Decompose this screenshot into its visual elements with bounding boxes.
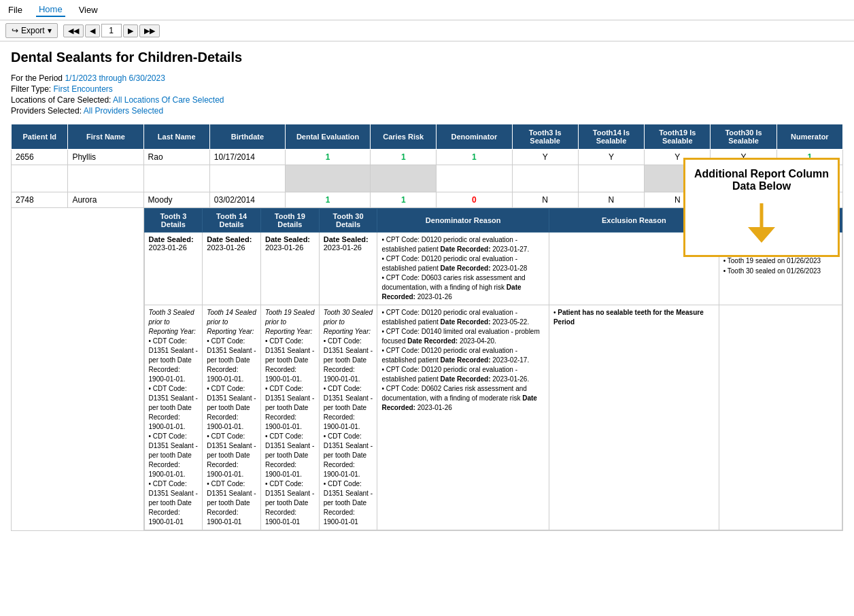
table-section: Additional Report Column Data Below Pati… bbox=[11, 124, 843, 531]
sub-cell-tooth14-2: Tooth 14 Sealed prior to Reporting Year:… bbox=[203, 305, 261, 530]
sub-col-tooth30: Tooth 30 Details bbox=[319, 209, 377, 233]
export-arrow-icon: ↪ bbox=[12, 26, 18, 35]
col-header-patient-id: Patient Id bbox=[12, 124, 68, 150]
sub-cell-tooth19-2: Tooth 19 Sealed prior to Reporting Year:… bbox=[260, 305, 319, 530]
sub-cell-tooth30-1: Date Sealed: 2023-01-26 bbox=[319, 233, 377, 305]
cell-patient-id: 2748 bbox=[12, 192, 68, 208]
cell-dental-eval: 1 bbox=[286, 192, 371, 208]
locations-filter: Locations of Care Selected: All Location… bbox=[11, 95, 843, 105]
cell-lastname: Moody bbox=[143, 192, 209, 208]
cell-firstname: Aurora bbox=[68, 192, 143, 208]
sub-cell-denom-reason-2: • CPT Code: D0120 periodic oral evaluati… bbox=[377, 305, 549, 530]
cell-dental-eval: 1 bbox=[286, 150, 371, 165]
col-header-lastname: Last Name bbox=[143, 124, 209, 150]
sub-cell-tooth19-1: Date Sealed: 2023-01-26 bbox=[260, 233, 319, 305]
arrow-down-icon bbox=[741, 203, 782, 244]
cell-birthdate: 03/02/2014 bbox=[209, 192, 285, 208]
cell-firstname: Phyllis bbox=[68, 150, 143, 165]
col-header-tooth30: Tooth30 Is Sealable bbox=[711, 124, 776, 150]
prev-page-button[interactable]: ◀ bbox=[85, 24, 100, 37]
cell-tooth14: N bbox=[578, 192, 644, 208]
menu-home[interactable]: Home bbox=[36, 3, 65, 17]
toolbar: ↪ Export ▾ ◀◀ ◀ ▶ ▶▶ bbox=[0, 20, 854, 41]
col-header-firstname: First Name bbox=[68, 124, 143, 150]
col-header-tooth19: Tooth19 Is Sealable bbox=[645, 124, 711, 150]
col-header-dental-eval: Dental Evaluation bbox=[286, 124, 371, 150]
export-dropdown-icon: ▾ bbox=[48, 26, 52, 35]
main-content: Dental Sealants for Children-Details For… bbox=[0, 41, 854, 539]
col-header-numerator: Numerator bbox=[776, 124, 842, 150]
menu-bar: File Home View bbox=[0, 0, 854, 20]
last-page-button[interactable]: ▶▶ bbox=[139, 24, 160, 37]
sub-cell-excl-reason-2: • Patient has no sealable teeth for the … bbox=[549, 305, 719, 530]
svg-marker-1 bbox=[748, 227, 775, 243]
report-title: Dental Sealants for Children-Details bbox=[11, 50, 843, 65]
sub-cell-tooth3-1: Date Sealed: 2023-01-26 bbox=[144, 233, 203, 305]
sub-cell-num-reason-2 bbox=[719, 305, 842, 530]
pagination-controls: ◀◀ ◀ ▶ ▶▶ bbox=[63, 24, 160, 37]
menu-file[interactable]: File bbox=[5, 3, 25, 16]
col-header-tooth3: Tooth3 Is Sealable bbox=[512, 124, 578, 150]
sub-cell-tooth30-2: Tooth 30 Sealed prior to Reporting Year:… bbox=[319, 305, 377, 530]
sub-col-denom-reason: Denominator Reason bbox=[377, 209, 549, 233]
first-page-button[interactable]: ◀◀ bbox=[63, 24, 84, 37]
col-header-caries-risk: Caries Risk bbox=[371, 124, 437, 150]
cell-denominator: 0 bbox=[437, 192, 512, 208]
col-header-birthdate: Birthdate bbox=[209, 124, 285, 150]
cell-tooth3: N bbox=[512, 192, 578, 208]
col-header-denominator: Denominator bbox=[437, 124, 512, 150]
col-header-tooth14: Tooth14 Is Sealable bbox=[578, 124, 644, 150]
sub-table-detail-row-2: Tooth 3 Sealed prior to Reporting Year: … bbox=[144, 305, 842, 530]
cell-tooth14: Y bbox=[578, 150, 644, 165]
page-number-input[interactable] bbox=[101, 24, 122, 37]
export-button[interactable]: ↪ Export ▾ bbox=[5, 23, 58, 38]
cell-patient-id: 2656 bbox=[12, 150, 68, 165]
cell-caries-risk: 1 bbox=[371, 150, 437, 165]
cell-tooth3: Y bbox=[512, 150, 578, 165]
annotation-box: Additional Report Column Data Below bbox=[683, 158, 840, 257]
period-filter: For the Period 1/1/2023 through 6/30/202… bbox=[11, 73, 843, 83]
filter-type: Filter Type: First Encounters bbox=[11, 84, 843, 94]
sub-cell-denom-reason-1: • CPT Code: D0120 periodic oral evaluati… bbox=[377, 233, 549, 305]
next-page-button[interactable]: ▶ bbox=[123, 24, 138, 37]
providers-filter: Providers Selected: All Providers Select… bbox=[11, 106, 843, 116]
sub-col-tooth19: Tooth 19 Details bbox=[260, 209, 319, 233]
menu-view[interactable]: View bbox=[76, 3, 101, 16]
sub-col-tooth3: Tooth 3 Details bbox=[144, 209, 203, 233]
cell-birthdate: 10/17/2014 bbox=[209, 150, 285, 165]
sub-cell-tooth14-1: Date Sealed: 2023-01-26 bbox=[203, 233, 261, 305]
sub-cell-tooth3-2: Tooth 3 Sealed prior to Reporting Year: … bbox=[144, 305, 203, 530]
cell-lastname: Rao bbox=[143, 150, 209, 165]
cell-caries-risk: 1 bbox=[371, 192, 437, 208]
cell-denominator: 1 bbox=[437, 150, 512, 165]
sub-col-tooth14: Tooth 14 Details bbox=[203, 209, 261, 233]
